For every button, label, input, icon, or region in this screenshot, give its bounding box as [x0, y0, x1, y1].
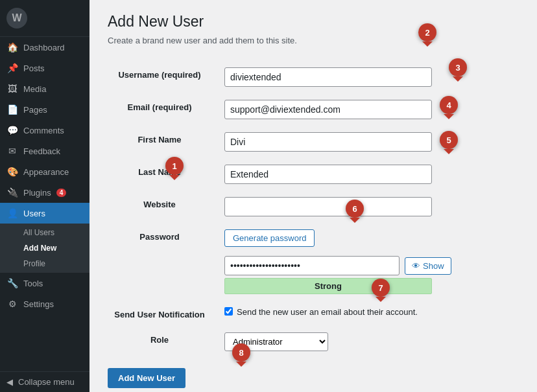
- sidebar-item-appearance-label: Appearance: [23, 167, 69, 177]
- sidebar-item-plugins-label: Plugins: [23, 188, 51, 198]
- username-input[interactable]: [224, 67, 432, 87]
- notification-text: Send the new user an email about their a…: [237, 307, 418, 317]
- subnav-all-users[interactable]: All Users: [0, 225, 90, 240]
- settings-icon: ⚙: [6, 299, 18, 309]
- sidebar-item-appearance[interactable]: 🎨 Appearance: [0, 161, 90, 182]
- password-label: Password: [139, 232, 179, 242]
- main-content: Add New User Create a brand new user and…: [90, 0, 537, 392]
- notification-checkbox[interactable]: [224, 307, 233, 316]
- pages-icon: 📄: [6, 104, 18, 115]
- sidebar-item-users[interactable]: 👤 Users: [0, 203, 90, 224]
- sidebar-item-media[interactable]: 🖼 Media: [0, 78, 90, 99]
- annotation-bubble-1: 1: [165, 157, 184, 175]
- users-icon: 👤: [6, 208, 18, 218]
- page-title: Add New User: [108, 13, 519, 30]
- annotation-bubble-5: 5: [440, 131, 458, 149]
- posts-icon: 📌: [6, 63, 18, 73]
- tools-icon: 🔧: [6, 278, 18, 288]
- sidebar-item-posts[interactable]: 📌 Posts: [0, 58, 90, 78]
- sidebar: W 🏠 Dashboard 📌 Posts 🖼 Media 📄 Pages 💬 …: [0, 0, 90, 392]
- email-row: Email (required): [108, 93, 519, 126]
- sidebar-item-pages-label: Pages: [23, 105, 47, 115]
- password-input[interactable]: [224, 256, 400, 275]
- annotation-bubble-3: 3: [449, 58, 467, 76]
- subnav-add-new[interactable]: Add New: [0, 240, 90, 256]
- eye-icon: 👁: [412, 261, 420, 271]
- appearance-icon: 🎨: [6, 167, 18, 177]
- collapse-menu-item[interactable]: ◀ Collapse menu: [0, 371, 90, 392]
- email-label: Email (required): [128, 102, 192, 112]
- plugins-icon: 🔌: [6, 187, 18, 198]
- annotation-bubble-7: 7: [372, 279, 390, 297]
- notification-checkbox-label: Send the new user an email about their a…: [224, 307, 519, 317]
- comments-icon: 💬: [6, 125, 18, 135]
- role-row: Role Administrator Editor Author Contrib…: [108, 326, 519, 358]
- password-field-wrap: 👁 Show: [224, 256, 519, 275]
- media-icon: 🖼: [6, 84, 18, 94]
- add-new-user-button[interactable]: Add New User: [108, 368, 185, 388]
- show-btn-label: Show: [423, 261, 444, 271]
- sidebar-item-dashboard[interactable]: 🏠 Dashboard: [0, 37, 90, 58]
- annotation-bubble-2: 2: [418, 23, 436, 41]
- show-password-button[interactable]: 👁 Show: [405, 257, 451, 275]
- plugins-badge: 4: [56, 189, 67, 197]
- annotation-bubble-4: 4: [440, 96, 458, 114]
- sidebar-item-pages[interactable]: 📄 Pages: [0, 99, 90, 120]
- notification-label: Send User Notification: [114, 310, 204, 319]
- website-input[interactable]: [224, 197, 432, 216]
- email-input[interactable]: [224, 100, 432, 119]
- users-subnav: All Users Add New Profile: [0, 224, 90, 273]
- sidebar-item-settings[interactable]: ⚙ Settings: [0, 294, 90, 314]
- firstname-input[interactable]: [224, 132, 432, 152]
- username-label: Username (required): [118, 70, 200, 80]
- sidebar-item-posts-label: Posts: [23, 63, 45, 73]
- sidebar-item-comments[interactable]: 💬 Comments: [0, 120, 90, 141]
- wp-logo-icon: W: [6, 8, 27, 29]
- sidebar-item-feedback-label: Feedback: [23, 146, 60, 156]
- firstname-label: First Name: [137, 135, 181, 144]
- role-label: Role: [150, 335, 169, 345]
- dashboard-icon: 🏠: [6, 42, 18, 52]
- sidebar-item-tools[interactable]: 🔧 Tools: [0, 273, 90, 294]
- sidebar-item-users-label: Users: [23, 209, 45, 218]
- website-label: Website: [143, 200, 176, 209]
- feedback-icon: ✉: [6, 146, 18, 156]
- lastname-input[interactable]: [224, 165, 432, 184]
- annotation-bubble-6: 6: [346, 200, 364, 218]
- page-subtitle: Create a brand new user and add them to …: [108, 36, 519, 45]
- sidebar-item-comments-label: Comments: [23, 126, 64, 135]
- website-row: Website: [108, 190, 519, 223]
- sidebar-logo: W: [0, 0, 90, 37]
- annotation-bubble-8: 8: [232, 343, 250, 362]
- sidebar-item-tools-label: Tools: [23, 279, 43, 288]
- password-strength-bar: Strong: [224, 278, 432, 294]
- collapse-icon: ◀: [6, 377, 13, 387]
- generate-password-button[interactable]: Generate password: [224, 229, 315, 247]
- sidebar-item-plugins[interactable]: 🔌 Plugins 4: [0, 182, 90, 203]
- sidebar-item-feedback[interactable]: ✉ Feedback: [0, 141, 90, 161]
- subnav-profile[interactable]: Profile: [0, 256, 90, 271]
- collapse-menu-label: Collapse menu: [18, 377, 75, 387]
- notification-row: Send User Notification Send the new user…: [108, 301, 519, 326]
- password-row: Password Generate password 👁 Show Strong: [108, 223, 519, 301]
- sidebar-item-dashboard-label: Dashboard: [23, 43, 65, 52]
- sidebar-item-settings-label: Settings: [23, 299, 54, 309]
- sidebar-item-media-label: Media: [23, 84, 46, 94]
